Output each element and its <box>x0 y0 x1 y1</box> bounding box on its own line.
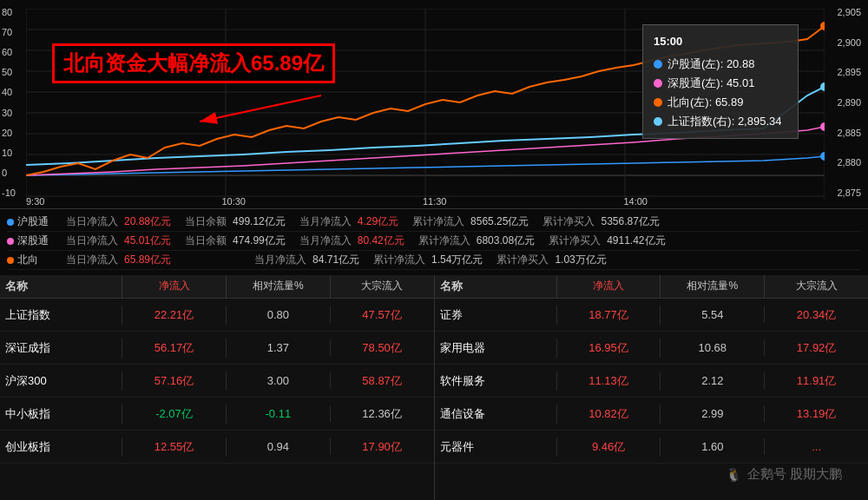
table-row[interactable]: 证券 18.77亿 5.54 20.34亿 <box>435 299 869 332</box>
td-block: 78.50亿 <box>331 339 434 358</box>
td-name: 元器件 <box>435 438 557 457</box>
td-name: 软件服务 <box>435 372 557 391</box>
dot-pink <box>654 79 662 88</box>
dot-blue <box>654 60 662 69</box>
th-block-left: 大宗流入 <box>331 275 434 298</box>
th-name-right: 名称 <box>435 275 557 298</box>
stat-item: 当月净流入 80.42亿元 <box>293 234 411 248</box>
td-relative: 1.60 <box>661 438 765 455</box>
tooltip-row-north: 北向(左): 65.89 <box>654 93 787 112</box>
td-block: 20.34亿 <box>765 306 868 325</box>
td-net-inflow: 16.95亿 <box>557 339 661 358</box>
chart-tooltip: 15:00 沪股通(左): 20.88 深股通(左): 45.01 北向(左):… <box>642 24 799 139</box>
table-row[interactable]: 中小板指 -2.07亿 -0.11 12.36亿 <box>0 398 434 431</box>
td-net-inflow: 12.55亿 <box>122 438 227 457</box>
stat-row-shenzhen: 深股通 当日净流入 45.01亿元 当日余额 474.99亿元 当月净流入 80… <box>7 232 861 251</box>
table-row[interactable]: 家用电器 16.95亿 10.68 17.92亿 <box>435 332 869 365</box>
svg-point-18 <box>820 152 825 161</box>
stat-item: 累计净买入 5356.87亿元 <box>536 214 666 229</box>
tooltip-row-shanghai: 沪股通(左): 20.88 <box>654 55 787 74</box>
stat-item: 当日净流入 20.88亿元 <box>59 214 178 229</box>
td-block: 17.92亿 <box>765 339 868 358</box>
stat-row-shanghai: 沪股通 当日净流入 20.88亿元 当日余额 499.12亿元 当月净流入 4.… <box>7 213 861 232</box>
stat-dot-pink <box>7 238 14 245</box>
x-axis: 9:30 10:30 11:30 14:00 <box>26 196 825 207</box>
dot-lightblue <box>654 117 662 126</box>
td-net-inflow: 11.13亿 <box>557 372 661 391</box>
table-row[interactable]: 上证指数 22.21亿 0.80 47.57亿 <box>0 299 434 332</box>
td-block: 12.36亿 <box>331 405 434 424</box>
table-left: 名称 净流入 相对流量% 大宗流入 上证指数 22.21亿 0.80 47.57… <box>0 275 435 500</box>
table-row[interactable]: 创业板指 12.55亿 0.94 17.90亿 <box>0 431 434 464</box>
stat-item: 累计净买入 1.03万亿元 <box>490 253 613 267</box>
td-name: 上证指数 <box>0 306 122 325</box>
svg-point-16 <box>820 82 825 91</box>
th-net-inflow-right: 净流入 <box>557 275 661 298</box>
stat-dot-orange <box>7 257 14 264</box>
table-row[interactable]: 元器件 9.46亿 1.60 ... <box>435 431 869 464</box>
table-row[interactable]: 深证成指 56.17亿 1.37 78.50亿 <box>0 332 434 365</box>
stat-label-north: 北向 <box>7 253 59 267</box>
td-name: 家用电器 <box>435 339 557 358</box>
td-block: 13.19亿 <box>765 405 868 424</box>
tables-section: 名称 净流入 相对流量% 大宗流入 上证指数 22.21亿 0.80 47.57… <box>0 275 868 500</box>
stat-item: 当月净流入 4.29亿元 <box>293 214 405 229</box>
td-relative: 0.80 <box>227 306 331 323</box>
stat-item: 当月净流入 84.71亿元 <box>178 253 366 267</box>
stat-item: 当日余额 474.99亿元 <box>178 234 293 248</box>
th-relative-left: 相对流量% <box>227 275 331 298</box>
td-net-inflow: 10.82亿 <box>557 405 661 424</box>
svg-line-19 <box>200 95 321 122</box>
svg-point-17 <box>820 122 825 131</box>
td-net-inflow: 57.16亿 <box>122 372 227 391</box>
stat-item: 累计净流入 1.54万亿元 <box>366 253 490 267</box>
td-relative: 2.99 <box>661 405 765 422</box>
td-net-inflow: 56.17亿 <box>122 339 227 358</box>
table-header-right: 名称 净流入 相对流量% 大宗流入 <box>435 275 869 299</box>
th-net-inflow-left: 净流入 <box>122 275 227 298</box>
td-relative: -0.11 <box>227 405 331 422</box>
td-relative: 3.00 <box>227 372 331 389</box>
north-fund-label: 北向资金大幅净流入65.89亿 <box>52 43 335 83</box>
tooltip-time: 15:00 <box>654 32 787 51</box>
th-block-right: 大宗流入 <box>765 275 868 298</box>
th-name-left: 名称 <box>0 275 122 298</box>
stat-item: 当日净流入 65.89亿元 <box>59 253 178 267</box>
main-container: 80 70 60 50 40 30 20 10 0 -10 2,905 2,90… <box>0 0 868 500</box>
stat-item: 当日余额 499.12亿元 <box>178 214 293 229</box>
watermark: 🐧 企鹅号 股期大鹏 <box>726 466 842 483</box>
stat-dot-blue <box>7 219 14 226</box>
tooltip-row-shenzhen: 深股通(左): 45.01 <box>654 74 787 93</box>
td-relative: 10.68 <box>661 339 765 356</box>
table-row[interactable]: 通信设备 10.82亿 2.99 13.19亿 <box>435 398 869 431</box>
y-axis-right: 2,905 2,900 2,895 2,890 2,885 2,880 2,87… <box>837 7 861 198</box>
td-relative: 2.12 <box>661 372 765 389</box>
table-header-left: 名称 净流入 相对流量% 大宗流入 <box>0 275 434 299</box>
stats-section: 沪股通 当日净流入 20.88亿元 当日余额 499.12亿元 当月净流入 4.… <box>0 208 868 273</box>
table-row[interactable]: 软件服务 11.13亿 2.12 11.91亿 <box>435 365 869 398</box>
td-relative: 0.94 <box>227 438 331 455</box>
td-name: 深证成指 <box>0 339 122 358</box>
table-row[interactable]: 沪深300 57.16亿 3.00 58.87亿 <box>0 365 434 398</box>
th-relative-right: 相对流量% <box>661 275 765 298</box>
td-block: 47.57亿 <box>331 306 434 325</box>
chart-area: 80 70 60 50 40 30 20 10 0 -10 2,905 2,90… <box>0 0 868 208</box>
td-block: ... <box>765 438 868 455</box>
stat-item: 累计净流入 8565.25亿元 <box>405 214 536 229</box>
td-net-inflow: -2.07亿 <box>122 405 227 424</box>
td-net-inflow: 22.21亿 <box>122 306 227 325</box>
stat-label-shenzhen: 深股通 <box>7 234 59 248</box>
td-name: 证券 <box>435 306 557 325</box>
td-name: 通信设备 <box>435 405 557 424</box>
td-relative: 1.37 <box>227 339 331 356</box>
dot-orange <box>654 98 662 107</box>
tooltip-row-index: 上证指数(右): 2,895.34 <box>654 112 787 131</box>
stat-label-shanghai: 沪股通 <box>7 214 59 229</box>
td-name: 沪深300 <box>0 372 122 391</box>
y-axis-left: 80 70 60 50 40 30 20 10 0 -10 <box>2 7 16 198</box>
td-relative: 5.54 <box>661 306 765 323</box>
stat-item: 累计净流入 6803.08亿元 <box>411 234 542 248</box>
td-name: 中小板指 <box>0 405 122 424</box>
stat-item: 当日净流入 45.01亿元 <box>59 234 178 248</box>
td-net-inflow: 9.46亿 <box>557 438 661 457</box>
